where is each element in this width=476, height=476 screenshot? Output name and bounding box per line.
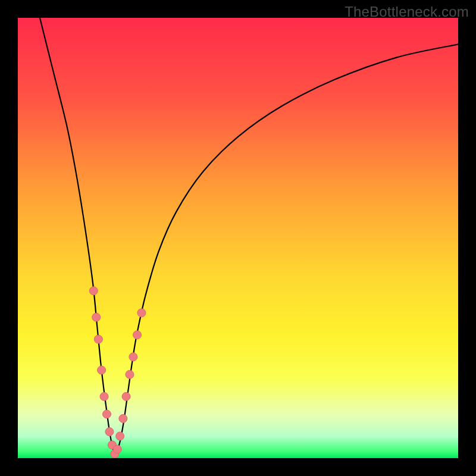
curve-marker — [89, 287, 98, 295]
curve-marker — [113, 445, 121, 453]
curve-marker — [129, 353, 137, 361]
curve-marker — [126, 370, 134, 378]
curve-path — [40, 18, 458, 454]
curve-marker — [137, 309, 146, 317]
curve-marker — [133, 331, 142, 339]
curve-marker — [119, 414, 127, 422]
curve-marker — [102, 410, 111, 418]
watermark-text: TheBottleneck.com — [345, 4, 469, 20]
curve-marker — [98, 366, 106, 374]
plot-area — [18, 18, 458, 458]
marker-group — [89, 287, 146, 458]
curve-marker — [92, 313, 101, 321]
curve-marker — [116, 432, 124, 440]
bottleneck-curve — [18, 18, 458, 458]
curve-marker — [100, 392, 108, 400]
curve-marker — [105, 428, 114, 436]
curve-marker — [94, 335, 102, 343]
chart-frame: TheBottleneck.com — [0, 0, 476, 476]
curve-marker — [122, 392, 130, 400]
